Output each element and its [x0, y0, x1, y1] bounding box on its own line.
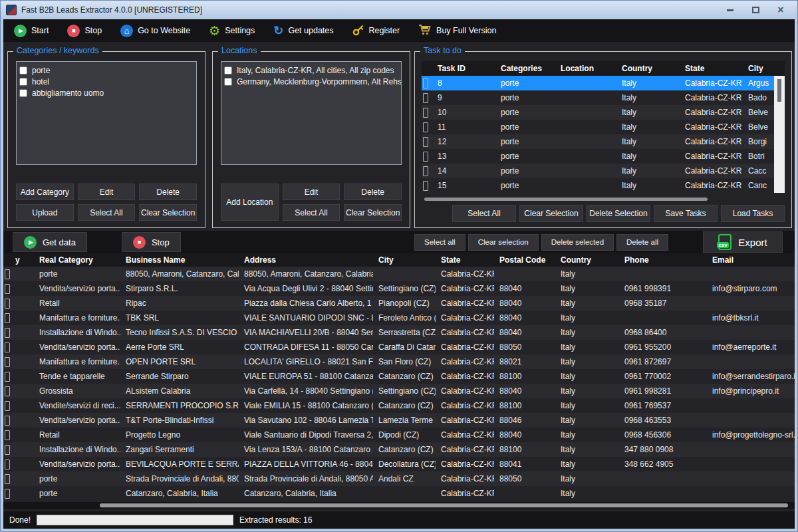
result-cell: Strada Provinciale di Andali, 88050 An..… [239, 474, 373, 483]
result-row[interactable]: RetailProgetto LegnoViale Santuario di D… [3, 428, 795, 442]
edit-category-button[interactable]: Edit [78, 184, 136, 200]
column-header-categories[interactable]: Categories [495, 64, 555, 73]
task-cell: 13 [432, 152, 495, 161]
clear-results-selection-button[interactable]: Clear selection [468, 234, 539, 251]
task-cell: Calabria-CZ-KR [680, 166, 743, 176]
checkbox-unchecked[interactable] [19, 89, 27, 97]
column-header-business-name[interactable]: Business Name [120, 255, 239, 265]
result-row[interactable]: Vendita/servizio porta...BEVILACQUA PORT… [3, 457, 795, 471]
add-location-button[interactable]: Add Location [221, 184, 279, 221]
column-header-real-category[interactable]: Real Category [34, 255, 120, 265]
category-item[interactable]: porte [17, 65, 196, 76]
select-all-categories-button[interactable]: Select All [78, 204, 136, 221]
result-row[interactable]: Vendite/servizi di reci...SERRAMENTI PRO… [3, 398, 795, 413]
stop-extraction-button[interactable]: ■ Stop [122, 232, 181, 252]
task-cell: Calabria-CZ-KR [680, 93, 743, 102]
save-tasks-button[interactable]: Save Tasks [654, 205, 718, 222]
column-header-city[interactable]: City [373, 255, 436, 265]
task-row[interactable]: 12porteItalyCalabria-CZ-KRBorgi [422, 134, 774, 149]
task-row[interactable]: 13porteItalyCalabria-CZ-KRBotri [422, 149, 774, 164]
results-horizontal-scrollbar[interactable] [3, 502, 795, 509]
export-button[interactable]: csv Export [703, 231, 783, 253]
column-header-task-id[interactable]: Task ID [432, 64, 495, 73]
result-row[interactable]: Installazione di Windo...Zangari Serrame… [3, 442, 795, 457]
result-row[interactable]: Vendita/servizio porta...Stirparo S.R.L.… [3, 281, 795, 296]
column-header-state[interactable]: State [436, 255, 494, 265]
delete-all-results-button[interactable]: Delete all [616, 234, 668, 251]
column-header-location[interactable]: Location [555, 64, 616, 73]
task-row[interactable]: 8porteItalyCalabria-CZ-KRArgus [422, 76, 774, 90]
result-row[interactable]: porteStrada Provinciale di Andali, 8805.… [3, 471, 795, 486]
result-row[interactable]: Manifattura e forniture...OPEN PORTE SRL… [3, 354, 795, 369]
result-row[interactable]: Installazione di Windo...Tecno Infissi S… [3, 325, 795, 340]
task-row[interactable]: 15porteItalyCalabria-CZ-KRCanc [422, 178, 774, 193]
column-header-phone[interactable]: Phone [619, 255, 707, 265]
results-horizontal-scrollbar-thumb[interactable] [100, 503, 788, 507]
locations-list[interactable]: Italy, Calabria-CZ-KR, All cities, All z… [221, 61, 402, 165]
result-cell: Italy [555, 460, 619, 469]
result-row[interactable]: porteCatanzaro, Calabria, ItaliaCatanzar… [3, 486, 795, 501]
column-header-address[interactable]: Address [239, 255, 373, 265]
category-item[interactable]: hotel [17, 76, 196, 87]
column-header-country[interactable]: Country [616, 64, 680, 73]
minimize-button[interactable] [726, 5, 735, 15]
tasks-vertical-scrollbar[interactable] [774, 76, 785, 193]
get-updates-button[interactable]: ↻ Get updates [273, 25, 333, 37]
column-header-postal-code[interactable]: Postal Code [494, 255, 555, 265]
location-item[interactable]: Italy, Calabria-CZ-KR, All cities, All z… [221, 65, 401, 76]
select-all-locations-button[interactable]: Select All [283, 204, 340, 221]
checkbox-unchecked[interactable] [19, 78, 27, 86]
category-item[interactable]: abbigliamento uomo [17, 87, 196, 98]
delete-selected-results-button[interactable]: Delete selected [541, 234, 614, 251]
load-tasks-button[interactable]: Load Tasks [721, 205, 785, 222]
result-row[interactable]: Vendita/servizio porta...T&T Porte-Blind… [3, 413, 795, 428]
result-row[interactable]: RetailRipacPiazza dalla Chiesa Carlo Alb… [3, 296, 795, 311]
start-button[interactable]: ▶ Start [14, 25, 49, 37]
delete-tasks-selection-button[interactable]: Delete Selection [587, 205, 650, 222]
column-header-country[interactable]: Country [555, 255, 619, 265]
task-row[interactable]: 10porteItalyCalabria-CZ-KRBelve [422, 105, 774, 120]
get-data-button[interactable]: ▶ Get data [13, 232, 87, 252]
settings-button[interactable]: ⚙ Settings [209, 25, 255, 37]
checkbox-unchecked[interactable] [224, 78, 232, 86]
register-button[interactable]: Register [352, 24, 400, 38]
result-row[interactable]: porte88050, Amaroni, Catanzaro, Calabr..… [3, 267, 795, 281]
maximize-icon [752, 7, 759, 13]
status-text: Done! [9, 515, 31, 525]
tasks-vertical-scrollbar-thumb[interactable] [777, 79, 781, 102]
clear-tasks-selection-button[interactable]: Clear Selection [519, 205, 583, 222]
result-row[interactable]: Tende e tapparelleSerrande StirparoVIALE… [3, 369, 795, 384]
categories-list[interactable]: portehotelabbigliamento uomo [16, 61, 197, 165]
result-row[interactable]: GrossistaALsistem CalabriaVia Carfellà, … [3, 384, 795, 398]
upload-button[interactable]: Upload [16, 204, 74, 221]
column-header-email[interactable]: Email [707, 255, 795, 265]
delete-location-button[interactable]: Delete [344, 184, 402, 200]
checkbox-unchecked[interactable] [224, 66, 232, 74]
go-to-website-button[interactable]: ⌂ Go to Website [120, 25, 190, 37]
column-header-state[interactable]: State [680, 64, 743, 73]
checkbox-unchecked[interactable] [19, 66, 27, 74]
maximize-button[interactable] [751, 5, 760, 15]
task-row[interactable]: 14porteItalyCalabria-CZ-KRCacc [422, 164, 774, 178]
results-grid-header: y Real Category Business Name Address Ci… [3, 253, 795, 267]
tasks-horizontal-scrollbar[interactable] [422, 197, 785, 202]
select-all-tasks-button[interactable]: Select All [452, 205, 516, 222]
add-category-button[interactable]: Add Category [16, 184, 74, 200]
close-button[interactable]: × [776, 5, 785, 15]
delete-category-button[interactable]: Delete [139, 184, 197, 200]
result-row[interactable]: Vendita/servizio porta...Aerre Porte SRL… [3, 340, 795, 354]
stop-button[interactable]: ■ Stop [67, 25, 102, 37]
tasks-horizontal-scrollbar-thumb[interactable] [424, 198, 708, 201]
clear-locations-selection-button[interactable]: Clear Selection [344, 204, 402, 221]
task-row[interactable]: 11porteItalyCalabria-CZ-KRBelve [422, 120, 774, 134]
location-item[interactable]: Germany, Mecklenburg-Vorpommern, Alt Reh… [221, 76, 401, 87]
list-item-label: Germany, Mecklenburg-Vorpommern, Alt Reh… [237, 77, 401, 86]
edit-location-button[interactable]: Edit [283, 184, 340, 200]
result-row[interactable]: Manifattura e forniture...TBK SRLVIALE S… [3, 311, 795, 325]
select-all-results-button[interactable]: Select all [414, 234, 466, 251]
task-row[interactable]: 9porteItalyCalabria-CZ-KRBado [422, 90, 774, 105]
buy-full-version-button[interactable]: Buy Full Version [418, 24, 496, 37]
result-cell: Calabria-CZ-KR [436, 489, 494, 498]
column-header-city[interactable]: City [743, 64, 785, 73]
clear-categories-selection-button[interactable]: Clear Selection [139, 204, 197, 221]
